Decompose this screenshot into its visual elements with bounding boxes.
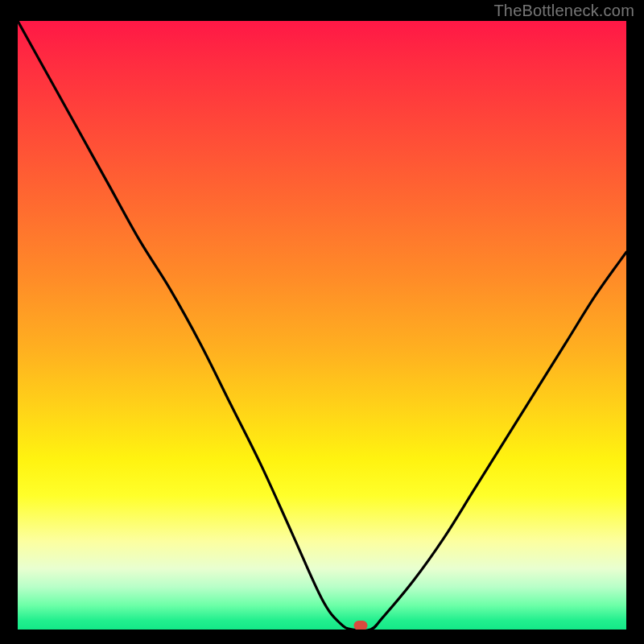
optimal-point-marker [353, 621, 367, 630]
watermark-text: TheBottleneck.com [493, 2, 634, 20]
curve-svg [18, 21, 626, 630]
plot-area [18, 21, 626, 630]
chart-frame: TheBottleneck.com [0, 0, 644, 644]
bottleneck-curve [18, 21, 626, 630]
